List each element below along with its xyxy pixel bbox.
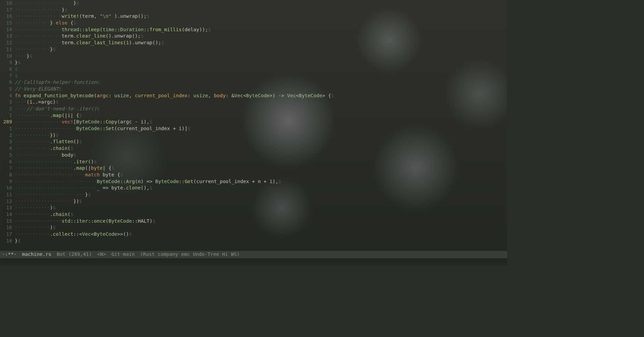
code-content: ············.map(|i| {$ — [15, 112, 507, 119]
code-line[interactable]: 13············)$ — [0, 205, 507, 211]
code-content: }$ — [15, 238, 507, 244]
code-line[interactable]: 12····················})$ — [0, 198, 507, 205]
code-line[interactable]: 10····}$ — [0, 53, 507, 60]
code-content: fn expand_function_bytecode(argc: usize,… — [15, 93, 507, 99]
code-line[interactable]: 15············} else {$ — [0, 20, 507, 26]
line-number: 12 — [0, 40, 15, 46]
line-number: 1 — [0, 112, 15, 119]
code-line[interactable]: 15················std::iter::once(ByteCo… — [0, 218, 507, 225]
code-line[interactable]: 5················body$ — [0, 152, 507, 159]
code-line[interactable]: 12················term.clear_last_lines(… — [0, 40, 507, 46]
code-content: ············} else {$ — [15, 20, 507, 26]
line-number: 3 — [0, 138, 15, 145]
code-line[interactable]: 289················vec![ByteCode::Copy(a… — [0, 119, 507, 125]
code-line[interactable]: 3····(1..=argc)$ — [0, 99, 507, 106]
code-content: ············.collect::<Vec<ByteCode>>()$ — [15, 231, 507, 238]
line-number: 9 — [0, 59, 15, 66]
minibuffer[interactable] — [0, 258, 507, 266]
code-line[interactable]: 14············.chain($ — [0, 211, 507, 218]
code-line[interactable]: 13················term.clear_line().unwr… — [0, 33, 507, 40]
code-content: ············.flatten()$ — [15, 138, 507, 145]
line-number: 12 — [0, 198, 15, 205]
code-line[interactable]: 2····//·don't·need·to·.iter()$ — [0, 106, 507, 112]
code-content: //·Very·ELEGANT$ — [15, 86, 507, 93]
line-number: 16 — [0, 13, 15, 20]
code-line[interactable]: 6//·Calltopfn·helper·function$ — [0, 79, 507, 86]
code-content: ············.chain($ — [15, 211, 507, 218]
code-content: ························}$ — [15, 191, 507, 198]
line-number: 17 — [0, 7, 15, 13]
code-content: ····························_ => byte.cl… — [15, 185, 507, 191]
code-line[interactable]: 16············)$ — [0, 224, 507, 231]
code-content: }$ — [15, 59, 507, 66]
modeline-minor-modes: (Rust company emc Undo-Tree Hi WS) — [140, 251, 240, 258]
line-number: 11 — [0, 191, 15, 198]
line-number: 1 — [0, 125, 15, 132]
code-content: ····················.iter()$ — [15, 159, 507, 165]
code-content: ················vec![ByteCode::Copy(argc… — [15, 119, 507, 125]
code-line[interactable]: 5//·Very·ELEGANT$ — [0, 86, 507, 93]
line-number: 15 — [0, 20, 15, 26]
code-line[interactable]: 6····················.iter()$ — [0, 159, 507, 165]
line-number: 16 — [0, 224, 15, 231]
code-line[interactable]: 11························}$ — [0, 191, 507, 198]
code-line[interactable]: 4fn expand_function_bytecode(argc: usize… — [0, 93, 507, 99]
code-content: ················write!(term, "\n" ).unwr… — [15, 13, 507, 20]
code-line[interactable]: 18····················}$ — [0, 0, 507, 7]
code-line[interactable]: 8$ — [0, 66, 507, 73]
code-content: ····}$ — [15, 53, 507, 60]
line-number: 9 — [0, 178, 15, 185]
line-number: 11 — [0, 46, 15, 53]
code-line[interactable]: 17················}$ — [0, 7, 507, 13]
code-content: $ — [15, 66, 507, 73]
line-number: 8 — [0, 66, 15, 73]
line-number: 4 — [0, 93, 15, 99]
modeline-position: Bot (289,41) — [57, 251, 92, 258]
code-line[interactable]: 16················write!(term, "\n" ).un… — [0, 13, 507, 20]
mode-line: -:**- machine.rs Bot (289,41) <N> Git-ma… — [0, 251, 507, 258]
modeline-modified: -:**- — [2, 251, 17, 258]
code-content: ····························ByteCode::Ar… — [15, 178, 507, 185]
code-line[interactable]: 17············.collect::<Vec<ByteCode>>(… — [0, 231, 507, 238]
code-line[interactable]: 9····························ByteCode::A… — [0, 178, 507, 185]
code-line[interactable]: 3············.flatten()$ — [0, 138, 507, 145]
line-number: 8 — [0, 172, 15, 178]
code-line[interactable]: 7····················.map(|byte| {$ — [0, 165, 507, 172]
modeline-vc: Git-main — [111, 251, 135, 258]
line-number: 18 — [0, 238, 15, 244]
line-number: 13 — [0, 33, 15, 40]
code-content: ············)$ — [15, 205, 507, 211]
code-content: ················body$ — [15, 152, 507, 159]
line-number: 2 — [0, 132, 15, 139]
code-line[interactable]: 2············})$ — [0, 132, 507, 139]
editor-buffer[interactable]: 18····················}$17··············… — [0, 0, 507, 266]
line-number: 7 — [0, 73, 15, 79]
code-content: ····(1..=argc)$ — [15, 99, 507, 106]
code-line[interactable]: 18}$ — [0, 238, 507, 244]
modeline-evil-state: <N> — [97, 251, 106, 258]
code-content: ············}$ — [15, 46, 507, 53]
line-number: 17 — [0, 231, 15, 238]
code-line[interactable]: 10····························_ => byte.… — [0, 185, 507, 191]
line-number: 13 — [0, 205, 15, 211]
code-content: ····················}$ — [15, 0, 507, 7]
line-number: 6 — [0, 79, 15, 86]
code-line[interactable]: 4············.chain($ — [0, 145, 507, 152]
line-number: 14 — [0, 211, 15, 218]
line-number: 5 — [0, 86, 15, 93]
code-content: ················term.clear_last_lines(1)… — [15, 40, 507, 46]
line-number: 14 — [0, 26, 15, 33]
code-line[interactable]: 1·····················ByteCode::Set(curr… — [0, 125, 507, 132]
line-number: 4 — [0, 145, 15, 152]
code-line[interactable]: 14················thread::sleep(time::Du… — [0, 26, 507, 33]
code-line[interactable]: 11············}$ — [0, 46, 507, 53]
code-line[interactable]: 1············.map(|i| {$ — [0, 112, 507, 119]
line-number: 18 — [0, 0, 15, 7]
code-line[interactable]: 8························match byte {$ — [0, 172, 507, 178]
code-line[interactable]: 9}$ — [0, 59, 507, 66]
line-number: 6 — [0, 159, 15, 165]
line-number: 10 — [0, 53, 15, 60]
line-number: 10 — [0, 185, 15, 191]
code-content: ············})$ — [15, 132, 507, 139]
code-line[interactable]: 7$ — [0, 73, 507, 79]
